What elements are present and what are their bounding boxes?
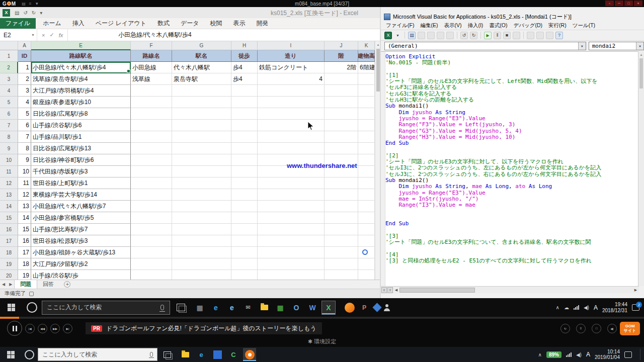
gom-player-taskbar-icon[interactable] [243, 348, 256, 361]
cell[interactable] [172, 201, 231, 212]
cell[interactable] [172, 258, 231, 270]
cell[interactable] [231, 97, 258, 108]
cell[interactable] [325, 85, 358, 97]
mic-icon[interactable] [150, 352, 153, 357]
sheet-tab-kaitou[interactable]: 回答 [37, 280, 59, 289]
mic-icon[interactable] [160, 305, 164, 310]
undo-icon[interactable]: ↺ [460, 32, 468, 39]
cell[interactable] [131, 143, 172, 154]
start-button[interactable] [0, 298, 22, 317]
cell[interactable] [172, 131, 231, 143]
add-sheet-icon[interactable]: + [64, 281, 70, 288]
cell[interactable]: 1 [18, 62, 31, 73]
row-header[interactable]: 9 [0, 143, 18, 154]
maximize-button[interactable]: □ [624, 1, 633, 6]
cell[interactable] [231, 270, 258, 280]
pause-button[interactable] [7, 321, 22, 336]
open-file-icon[interactable]: ▤ [22, 2, 26, 6]
save-icon[interactable]: ▤ [15, 10, 19, 16]
action-center-icon[interactable]: 2 [632, 304, 639, 311]
row-header[interactable]: 4 [0, 85, 18, 97]
cell[interactable]: 山手線/品川駅/歩1 [31, 131, 131, 143]
cell[interactable] [131, 154, 172, 166]
cell[interactable]: 大江戸線/赤羽橋駅/歩4 [31, 85, 131, 97]
cell[interactable]: 13 [18, 201, 31, 212]
blue-app-icon[interactable] [211, 348, 224, 361]
sheet-tab-mondai[interactable]: 問題 [14, 280, 37, 289]
menu-icon[interactable]: ≡ [29, 2, 32, 6]
minimize-button[interactable]: ─ [615, 1, 623, 6]
row-header[interactable]: 2 [0, 62, 18, 73]
cancel-icon[interactable]: × [42, 32, 45, 38]
app-diamond-icon[interactable] [372, 303, 381, 312]
cell[interactable] [172, 224, 231, 235]
cell[interactable] [258, 247, 325, 258]
header-cell[interactable]: 建物高 [358, 50, 375, 62]
cell[interactable] [172, 108, 231, 120]
cell[interactable] [258, 235, 325, 247]
cell[interactable] [131, 212, 172, 224]
cell[interactable] [358, 108, 375, 120]
cell[interactable] [172, 247, 231, 258]
menu-format[interactable]: 書式(O) [486, 22, 510, 29]
cell[interactable] [358, 177, 375, 189]
object-browser-icon[interactable] [546, 32, 553, 39]
taskbar-clock[interactable]: 19:44 2018/12/31 [602, 302, 627, 313]
column-header-A[interactable]: A [18, 41, 31, 50]
cell[interactable] [358, 120, 375, 131]
column-header-I[interactable]: I [258, 41, 325, 50]
tab-home[interactable]: ホーム [37, 18, 67, 29]
row-header[interactable]: 8 [0, 131, 18, 143]
cell[interactable] [258, 120, 325, 131]
cell[interactable]: 千代田線/赤坂駅/歩3 [31, 166, 131, 177]
code-editor[interactable]: Option Explicit'No.0015 - 問題(前半)'[1]'シート… [381, 51, 639, 286]
camtasia-icon[interactable]: C [227, 348, 240, 361]
scrollbar-thumb[interactable] [399, 288, 475, 293]
break-icon[interactable]: ‖ [494, 32, 501, 39]
cell[interactable]: 9 [18, 154, 31, 166]
cell[interactable]: 歩4 [231, 73, 258, 85]
taskbar-clock[interactable]: 10:14 2019/01/04 [595, 349, 620, 360]
taskbar-search[interactable]: ここに入力して検索 [42, 301, 170, 315]
redo-icon[interactable]: ↻ [470, 32, 477, 39]
cell[interactable] [231, 201, 258, 212]
cell[interactable] [325, 73, 358, 85]
design-mode-icon[interactable] [513, 32, 520, 39]
word-icon[interactable]: W [305, 301, 319, 315]
scrollbar-thumb[interactable] [376, 49, 380, 92]
cell[interactable] [172, 85, 231, 97]
scroll-left-icon[interactable]: ◀ [393, 287, 399, 293]
menu-tools[interactable]: ツール(T) [570, 22, 598, 29]
cell[interactable]: 15 [18, 224, 31, 235]
seek-bar[interactable] [0, 317, 644, 319]
next-button[interactable]: ▶| [63, 324, 72, 333]
project-explorer-icon[interactable] [527, 32, 534, 39]
cell[interactable] [231, 108, 258, 120]
sheet-nav-left-icon[interactable]: ◀ [0, 282, 7, 287]
chevron-down-icon[interactable]: ▼ [578, 42, 586, 50]
header-cell[interactable]: 駅名 [172, 50, 231, 62]
people-icon[interactable] [383, 304, 390, 311]
cell[interactable]: 4 [258, 73, 325, 85]
ime-indicator[interactable]: A [594, 304, 598, 311]
row-header[interactable]: 13 [0, 189, 18, 201]
cell[interactable] [258, 201, 325, 212]
cell[interactable] [258, 85, 325, 97]
cell[interactable] [172, 177, 231, 189]
row-header[interactable]: 1 [0, 50, 18, 62]
cell[interactable]: 11 [18, 177, 31, 189]
name-box-dropdown-icon[interactable]: ▼ [29, 29, 37, 41]
cell[interactable]: 泉岳寺駅 [172, 73, 231, 85]
cell[interactable] [131, 97, 172, 108]
header-cell[interactable]: 階 [325, 50, 358, 62]
cell[interactable] [358, 131, 375, 143]
cell[interactable] [325, 224, 358, 235]
cell[interactable] [172, 189, 231, 201]
cell[interactable] [258, 258, 325, 270]
cell[interactable]: 小田急線/代々木八幡駅/歩4 [31, 62, 131, 73]
select-all-corner[interactable] [0, 41, 18, 50]
cell[interactable] [325, 108, 358, 120]
cell[interactable]: 5 [18, 108, 31, 120]
row-header[interactable]: 3 [0, 73, 18, 85]
cell[interactable]: 10 [18, 166, 31, 177]
